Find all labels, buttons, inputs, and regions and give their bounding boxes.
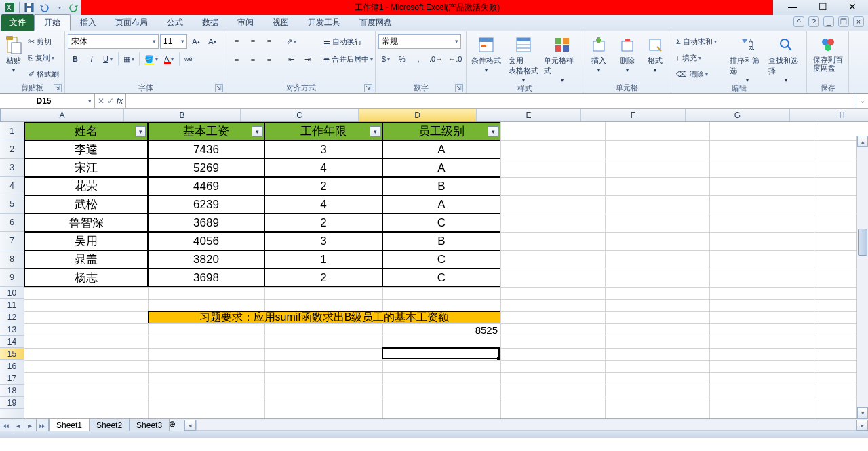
col-header-G[interactable]: G — [686, 109, 790, 121]
row-header-12[interactable]: 12 — [0, 311, 24, 323]
file-tab[interactable]: 文件 — [1, 14, 34, 31]
redo-button[interactable] — [67, 1, 81, 14]
format-cells-button[interactable]: 格式▾ — [642, 33, 668, 73]
last-sheet-button[interactable]: ⏭ — [37, 419, 49, 431]
cell-A6[interactable]: 鲁智深 — [24, 214, 148, 232]
cell-C1[interactable]: 工作年限▾ — [264, 122, 382, 140]
decrease-indent-button[interactable]: ⇤ — [283, 52, 298, 66]
cell-B2[interactable]: 7436 — [148, 140, 264, 159]
cut-button[interactable]: ✂ 剪切 — [26, 34, 62, 49]
cell-D2[interactable]: A — [382, 140, 500, 159]
increase-decimal-button[interactable]: .0→ — [427, 52, 445, 66]
cell-C8[interactable]: 1 — [264, 250, 382, 269]
horizontal-scrollbar[interactable]: ◂ ▸ — [184, 419, 868, 431]
next-sheet-button[interactable]: ▸ — [24, 419, 37, 431]
row-header-19[interactable]: 19 — [0, 397, 24, 409]
conditional-format-button[interactable]: 条件格式▾ — [469, 33, 502, 73]
filter-dropdown-A[interactable]: ▾ — [135, 126, 146, 137]
font-dialog-launcher[interactable]: ⇲ — [215, 84, 223, 92]
cell-C6[interactable]: 2 — [264, 214, 382, 232]
doc-close-button[interactable]: × — [853, 16, 864, 27]
delete-cells-button[interactable]: 删除▾ — [614, 33, 640, 73]
excel-icon[interactable]: X — [3, 1, 16, 14]
fill-color-button[interactable]: 🪣 — [142, 52, 160, 66]
alignment-dialog-launcher[interactable]: ⇲ — [364, 84, 372, 92]
cell-B9[interactable]: 3698 — [148, 269, 264, 287]
font-color-button[interactable]: A — [161, 52, 176, 66]
banner-cell[interactable]: 习题要求：应用sumif函数求出B级员工的基本工资额 — [148, 311, 500, 323]
cell-B5[interactable]: 6239 — [148, 195, 264, 214]
ribbon-tab-公式[interactable]: 公式 — [157, 14, 193, 31]
row-header-16[interactable]: 16 — [0, 360, 24, 372]
scroll-down-button[interactable]: ▾ — [857, 407, 868, 418]
increase-font-button[interactable]: A▴ — [189, 34, 203, 49]
row-header-3[interactable]: 3 — [0, 159, 24, 177]
cell-D3[interactable]: A — [382, 159, 500, 177]
expand-formula-bar-button[interactable]: ⌄ — [856, 94, 868, 108]
cell-C4[interactable]: 2 — [264, 177, 382, 195]
cell-D4[interactable]: B — [382, 177, 500, 195]
font-size-combo[interactable]: 11 — [160, 34, 187, 49]
ribbon-tab-审阅[interactable]: 审阅 — [228, 14, 263, 31]
sheet-tab-Sheet1[interactable]: Sheet1 — [49, 419, 90, 431]
cell-A5[interactable]: 武松 — [24, 195, 148, 214]
col-header-A[interactable]: A — [1, 109, 124, 121]
align-bottom-button[interactable]: ≡ — [262, 34, 277, 49]
border-button[interactable]: ▦ — [121, 52, 136, 66]
cell-A9[interactable]: 杨志 — [24, 269, 148, 287]
ribbon-tab-插入[interactable]: 插入 — [71, 14, 106, 31]
name-box[interactable] — [0, 94, 95, 108]
baidu-save-button[interactable]: 保存到百 度网盘 — [810, 33, 846, 72]
cell-B7[interactable]: 4056 — [148, 232, 264, 250]
cell-C2[interactable]: 3 — [264, 140, 382, 159]
cell-D6[interactable]: C — [382, 214, 500, 232]
align-middle-button[interactable]: ≡ — [245, 34, 260, 49]
font-name-combo[interactable]: 宋体 — [68, 34, 159, 49]
help-button[interactable]: ? — [808, 16, 819, 27]
align-right-button[interactable]: ≡ — [262, 52, 277, 66]
prev-sheet-button[interactable]: ◂ — [12, 419, 24, 431]
cell-D13[interactable]: 8525 — [382, 323, 500, 336]
scroll-up-button[interactable]: ▴ — [857, 136, 868, 147]
ribbon-tab-开始[interactable]: 开始 — [34, 14, 71, 31]
minimize-button[interactable]: — — [784, 0, 802, 14]
wrap-text-button[interactable]: ☰ 自动换行 — [321, 34, 377, 49]
minimize-ribbon-button[interactable]: ^ — [793, 16, 804, 27]
row-header-15[interactable]: 15 — [0, 348, 24, 360]
vscroll-thumb[interactable] — [858, 229, 867, 256]
phonetic-button[interactable]: wén — [182, 52, 198, 66]
cell-B4[interactable]: 4469 — [148, 177, 264, 195]
format-as-table-button[interactable]: 套用 表格格式▾ — [505, 33, 541, 83]
row-header-10[interactable]: 10 — [0, 287, 24, 299]
filter-dropdown-B[interactable]: ▾ — [252, 126, 262, 137]
row-header-18[interactable]: 18 — [0, 385, 24, 397]
clipboard-dialog-launcher[interactable]: ⇲ — [54, 84, 62, 92]
col-header-B[interactable]: B — [124, 109, 241, 121]
col-header-F[interactable]: F — [581, 109, 686, 121]
filter-dropdown-D[interactable]: ▾ — [488, 126, 498, 137]
cell-A8[interactable]: 晁盖 — [24, 250, 148, 269]
orientation-button[interactable]: ⇗ — [283, 34, 298, 49]
cell-C5[interactable]: 4 — [264, 195, 382, 214]
row-header-17[interactable]: 17 — [0, 372, 24, 385]
row-header-13[interactable]: 13 — [0, 323, 24, 336]
ribbon-tab-页面布局[interactable]: 页面布局 — [106, 14, 157, 31]
cell-B1[interactable]: 基本工资▾ — [148, 122, 264, 140]
italic-button[interactable]: I — [84, 52, 99, 66]
bold-button[interactable]: B — [68, 52, 83, 66]
cell-A3[interactable]: 宋江 — [24, 159, 148, 177]
clear-button[interactable]: ⌫ 清除 — [674, 66, 727, 81]
formula-input[interactable] — [126, 94, 856, 108]
insert-cells-button[interactable]: 插入▾ — [586, 33, 612, 73]
underline-button[interactable]: U — [100, 52, 115, 66]
row-header-8[interactable]: 8 — [0, 250, 24, 269]
merge-center-button[interactable]: ⬌ 合并后居中 — [321, 52, 377, 66]
row-header-9[interactable]: 9 — [0, 269, 24, 287]
decrease-font-button[interactable]: A▾ — [205, 34, 220, 49]
row-header-1[interactable]: 1 — [0, 122, 24, 140]
sheet-tab-Sheet2[interactable]: Sheet2 — [89, 419, 130, 431]
cell-A4[interactable]: 花荣 — [24, 177, 148, 195]
percent-button[interactable]: % — [395, 52, 410, 66]
row-header-4[interactable]: 4 — [0, 177, 24, 195]
accounting-format-button[interactable]: $ — [378, 52, 393, 66]
